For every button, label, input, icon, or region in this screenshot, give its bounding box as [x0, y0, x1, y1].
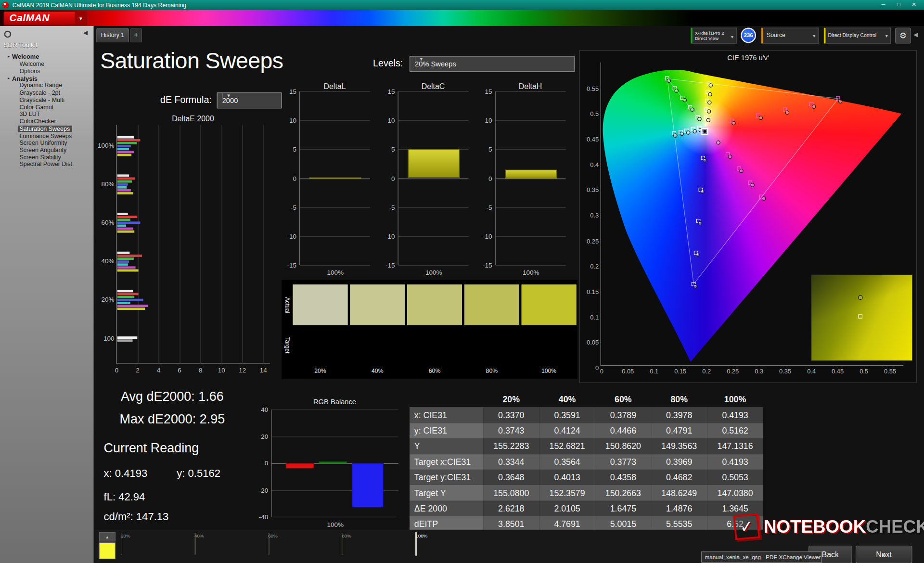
footer-swatch-80[interactable]: 80% [342, 533, 412, 562]
current-reading-marker [702, 128, 709, 135]
next-button[interactable]: Next » [856, 546, 912, 563]
row-label: ΔE 2000 [410, 500, 483, 516]
sidebar-item-screen-angularity[interactable]: Screen Angularity [0, 147, 94, 154]
workflow-menu-icon[interactable] [4, 31, 12, 38]
sidebar-item-label: Spectral Power Dist. [18, 161, 76, 167]
gridline [271, 517, 398, 517]
meter-mode: Direct View [695, 36, 729, 41]
gridline [300, 207, 370, 208]
y-axis-tick-label: -20 [253, 486, 268, 494]
table-cell: 0.4466 [595, 423, 651, 438]
de-bar [117, 213, 128, 215]
sidebar-item-label: Color Gamut [18, 103, 55, 110]
de-bar [117, 263, 128, 266]
x-axis-tick-label: 8 [194, 367, 206, 374]
table-cell: 0.3969 [651, 454, 707, 470]
y-axis-tick-label: 0.2 [580, 263, 599, 270]
cie-inset-zoom [811, 275, 913, 361]
table-cell: 149.3563 [651, 438, 707, 454]
table-cell: 0.3344 [483, 454, 539, 470]
x-axis-tick-label: 10 [216, 367, 227, 374]
window-title: CalMAN 2019 CalMAN Ultimate for Business… [13, 2, 186, 8]
sidebar-item-grayscale-multi[interactable]: Grayscale - Multi [0, 97, 94, 104]
reading-count-badge[interactable]: 236 [741, 28, 756, 43]
sidebar-item-3d-lut[interactable]: 3D LUT [0, 111, 94, 118]
measured-marker [690, 107, 694, 112]
footer-swatch-20[interactable]: 20% [121, 533, 192, 562]
sidebar-item-grayscale-2pt[interactable]: Grayscale - 2pt [0, 90, 94, 97]
sidebar-section-analysis[interactable]: ▸Analysis [0, 75, 94, 82]
table-cell: 152.6821 [539, 438, 595, 454]
measured-marker [698, 221, 703, 225]
sidebar-collapse-icon[interactable]: ◀ [83, 29, 88, 36]
column-header: 80% [651, 392, 707, 407]
gridline [201, 125, 201, 364]
measured-marker [703, 158, 707, 162]
sidebar-section-welcome[interactable]: ▸Welcome [0, 53, 94, 60]
sidebar-item-dynamic-range[interactable]: Dynamic Range [0, 82, 94, 90]
de-formula-dropdown[interactable]: 2000 ▼ [217, 92, 282, 108]
rgb-bar-red [286, 463, 314, 468]
levels-dropdown[interactable]: 20% Sweeps ▼ [410, 56, 575, 72]
sidebar-item-welcome[interactable]: Welcome [0, 61, 94, 68]
sidebar-item-saturation-sweeps[interactable]: Saturation Sweeps [0, 125, 94, 132]
display-control-dropdown[interactable]: Direct Display Control ▼ [824, 28, 891, 44]
gridline [398, 91, 469, 92]
close-button[interactable]: ✕ [906, 0, 922, 10]
sidebar-item-screen-uniformity[interactable]: Screen Uniformity [0, 140, 94, 147]
y-axis-tick-label: 80% [91, 180, 115, 188]
y-axis-tick-label: -5 [477, 204, 492, 211]
y-axis-tick-label: 15 [281, 88, 296, 95]
settings-gear-icon[interactable]: ⚙ [895, 28, 911, 44]
sidebar-item-spectral-power-dist[interactable]: Spectral Power Dist. [0, 161, 94, 168]
window-controls: ─ □ ✕ [876, 0, 922, 10]
source-dropdown[interactable]: Source ▼ [761, 28, 819, 44]
deltac-chart-title: DeltaC [398, 82, 469, 90]
table-cell: 0.3789 [595, 408, 651, 423]
levels-label: Levels: [373, 58, 403, 69]
gridline [300, 120, 370, 121]
compare-swatch-80 [464, 284, 519, 365]
deltae-chart-title: DeltaE 2000 [116, 115, 270, 123]
footer-swatch-100[interactable]: 100% [415, 533, 486, 562]
swatch-percent-label: 100% [522, 368, 577, 374]
de-bar [117, 178, 135, 180]
delta-bar [505, 169, 557, 178]
deltah-chart: 151050-5-10-15100% [495, 91, 566, 265]
measured-marker [750, 183, 755, 187]
footer-swatch-60[interactable]: 60% [268, 533, 339, 562]
footer-swatch-40[interactable]: 40% [194, 533, 265, 562]
measured-marker [675, 89, 679, 93]
minimize-button[interactable]: ─ [876, 0, 891, 10]
y-axis-tick-label: 0 [380, 175, 395, 182]
sidebar-item-color-gamut[interactable]: Color Gamut [0, 103, 94, 111]
row-label: Target y:CIE31 [410, 470, 483, 485]
meter-dropdown[interactable]: X-Rite i1Pro 2 Direct View ▼ [691, 28, 737, 44]
expander-icon[interactable]: ▸ [8, 76, 10, 81]
measured-marker [696, 253, 700, 257]
y-axis-tick-label: 20% [91, 296, 115, 303]
de-bar [117, 255, 142, 257]
de-bar [117, 142, 137, 144]
scroll-up-button[interactable]: ▲ [99, 532, 116, 542]
sidebar-item-luminance-sweeps[interactable]: Luminance Sweeps [0, 132, 94, 140]
deltah-chart-title: DeltaH [495, 82, 566, 90]
swatch-label: 60% [268, 533, 278, 539]
sidebar-item-colorchecker[interactable]: ColorChecker [0, 118, 94, 125]
measured-marker [732, 121, 736, 126]
maximize-button[interactable]: □ [891, 0, 906, 10]
sidebar-item-options[interactable]: Options [0, 67, 94, 75]
expander-icon[interactable]: ▸ [8, 54, 10, 59]
sidebar-item-screen-stability[interactable]: Screen Stability [0, 154, 94, 161]
de-bar [117, 189, 131, 192]
x-axis-tick-label: 0.45 [829, 368, 846, 375]
panel-collapse-icon[interactable]: ◀ [913, 31, 918, 38]
tab-add[interactable]: + [130, 28, 142, 43]
de-bar [117, 186, 127, 189]
y-axis-tick-label: 0 [281, 175, 296, 182]
tab-history-1[interactable]: History 1 [96, 28, 129, 43]
gridline [398, 207, 469, 208]
swatch-percent-label: 20% [293, 368, 348, 374]
calman-logo-button[interactable]: CalMAN ▼ [3, 11, 87, 25]
gridline [221, 125, 222, 364]
